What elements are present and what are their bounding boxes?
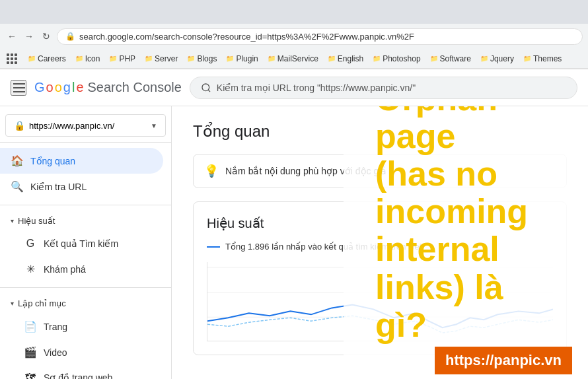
bookmark-label: Software	[440, 54, 471, 63]
folder-icon: 📁	[226, 55, 234, 62]
bookmark-jquery[interactable]: 📁 Jquery	[476, 53, 518, 65]
bookmark-english[interactable]: 📁 English	[324, 53, 367, 65]
gsc-header: GoogleSearch Console Kiểm tra mọi URL tr…	[0, 69, 588, 106]
property-url: https://www.panpic.vn/	[29, 121, 114, 131]
divider	[0, 287, 171, 288]
lock-icon: 🔒	[65, 32, 75, 41]
svg-line-1	[208, 90, 210, 92]
bookmark-plugin[interactable]: 📁 Plugin	[222, 53, 262, 65]
browser-chrome: ← → ↻ 🔒 search.google.com/search-console…	[0, 0, 588, 69]
bookmark-label: MailService	[277, 54, 318, 63]
performance-card: Hiệu suất Tổng 1.896 lần nhấp vào kết qu…	[193, 201, 567, 355]
logo-o1: o	[46, 80, 54, 95]
video-icon: 🎬	[24, 346, 37, 359]
pages-label: Trang	[44, 322, 67, 332]
videos-label: Video	[44, 347, 67, 358]
sidebar-performance-header[interactable]: ▾ Hiệu suất	[0, 211, 171, 231]
search-icon	[201, 83, 211, 93]
sidebar-item-url-inspect[interactable]: 🔍 Kiểm tra URL	[0, 174, 163, 199]
bookmark-mailservice[interactable]: 📁 MailService	[264, 53, 322, 65]
search-results-label: Kết quả Tìm kiếm	[44, 238, 118, 249]
bookmark-label: Themes	[533, 54, 562, 63]
logo-e: e	[76, 80, 83, 95]
sitemap-label: Sơ đồ trang web	[44, 372, 112, 379]
gsc-logo: GoogleSearch Console	[34, 80, 182, 95]
sidebar-item-sitemap[interactable]: 🗺 Sơ đồ trang web	[0, 365, 163, 379]
bookmark-php[interactable]: 📁 PHP	[105, 53, 139, 65]
sidebar-item-videos[interactable]: 🎬 Video	[0, 339, 163, 365]
performance-title: Hiệu suất	[207, 215, 553, 231]
folder-icon: 📁	[268, 55, 276, 62]
body-layout: 🔒 https://www.panpic.vn/ ▼ 🏠 Tổng quan 🔍…	[0, 106, 588, 379]
tab-bar	[0, 0, 588, 24]
folder-icon: 📁	[145, 55, 153, 62]
folder-icon: 📁	[373, 55, 381, 62]
folder-icon: 📁	[523, 55, 531, 62]
hamburger-icon	[13, 83, 25, 85]
folder-icon: 📁	[28, 55, 36, 62]
bookmark-label: PHP	[119, 54, 135, 63]
folder-icon: 📁	[109, 55, 117, 62]
back-button[interactable]: ←	[5, 30, 18, 43]
bookmark-server[interactable]: 📁 Server	[141, 53, 182, 65]
bookmark-label: Blogs	[197, 54, 217, 63]
browser-controls: ← → ↻ 🔒 search.google.com/search-console…	[0, 24, 588, 49]
forward-button[interactable]: →	[22, 30, 36, 43]
logo-search-console: Search Console	[88, 80, 182, 95]
folder-icon: 📁	[328, 55, 336, 62]
sidebar: 🔒 https://www.panpic.vn/ ▼ 🏠 Tổng quan 🔍…	[0, 106, 172, 379]
sidebar-item-search-results[interactable]: G Kết quả Tìm kiếm	[0, 231, 163, 256]
divider	[0, 142, 171, 143]
sidebar-item-overview[interactable]: 🏠 Tổng quan	[0, 148, 163, 174]
bookmark-blogs[interactable]: 📁 Blogs	[183, 53, 221, 65]
sidebar-item-pages[interactable]: 📄 Trang	[0, 314, 163, 339]
url-search-bar[interactable]: Kiểm tra mọi URL trong "https://www.panp…	[190, 77, 577, 99]
folder-icon: 📁	[75, 55, 83, 62]
divider	[0, 205, 171, 205]
url-text: search.google.com/search-console?resourc…	[79, 32, 414, 42]
bookmark-icon[interactable]: 📁 Icon	[71, 53, 104, 65]
svg-point-0	[202, 84, 209, 91]
bookmark-label: Jquery	[490, 54, 514, 63]
property-lock-icon: 🔒	[14, 120, 25, 131]
home-icon: 🏠	[11, 155, 24, 167]
logo-l: l	[72, 80, 75, 95]
bookmark-label: Plugin	[236, 54, 258, 63]
bookmark-themes[interactable]: 📁 Themes	[519, 53, 566, 65]
chevron-down-icon: ▾	[11, 300, 14, 307]
metric-line-indicator	[207, 246, 220, 248]
sidebar-index-header[interactable]: ▾ Lập chỉ mục	[0, 293, 171, 314]
folder-icon: 📁	[187, 55, 195, 62]
lightbulb-icon: 💡	[204, 164, 219, 178]
bookmark-label: Careers	[38, 54, 66, 63]
chevron-down-icon: ▾	[11, 217, 14, 224]
menu-button[interactable]	[11, 80, 26, 96]
performance-section-label: Hiệu suất	[18, 216, 55, 226]
hamburger-icon	[13, 87, 25, 88]
search-icon: 🔍	[11, 180, 24, 193]
bookmarks-bar: 📁 Careers 📁 Icon 📁 PHP 📁 Server 📁 Blogs …	[0, 49, 588, 69]
logo-g: G	[34, 80, 45, 95]
folder-icon: 📁	[430, 55, 438, 62]
logo-g2: g	[63, 80, 71, 95]
chart-area: 75 50 25 0	[207, 262, 553, 341]
grid-icon	[7, 53, 17, 64]
discover-icon: ✳	[24, 263, 37, 275]
sitemap-icon: 🗺	[24, 372, 37, 379]
url-inspect-label: Kiểm tra URL	[30, 182, 87, 192]
apps-button[interactable]	[5, 52, 18, 65]
address-bar[interactable]: 🔒 search.google.com/search-console?resou…	[57, 28, 583, 45]
bookmark-photoshop[interactable]: 📁 Photoshop	[369, 53, 424, 65]
bookmark-label: Icon	[85, 54, 100, 63]
bookmark-software[interactable]: 📁 Software	[426, 53, 475, 65]
bookmark-careers[interactable]: 📁 Careers	[24, 53, 70, 65]
tip-text: Nắm bắt nội dung phù hợp với độc giả	[225, 166, 386, 176]
pages-icon: 📄	[24, 320, 37, 333]
property-selector[interactable]: 🔒 https://www.panpic.vn/ ▼	[5, 114, 166, 137]
tip-banner: 💡 Nắm bắt nội dung phù hợp với độc giả	[193, 154, 567, 188]
search-placeholder: Kiểm tra mọi URL trong "https://www.panp…	[217, 83, 416, 93]
sidebar-item-discover[interactable]: ✳ Khám phá	[0, 256, 163, 282]
refresh-button[interactable]: ↻	[40, 30, 53, 43]
index-section-label: Lập chỉ mục	[18, 298, 66, 308]
logo-o2: o	[55, 80, 62, 95]
